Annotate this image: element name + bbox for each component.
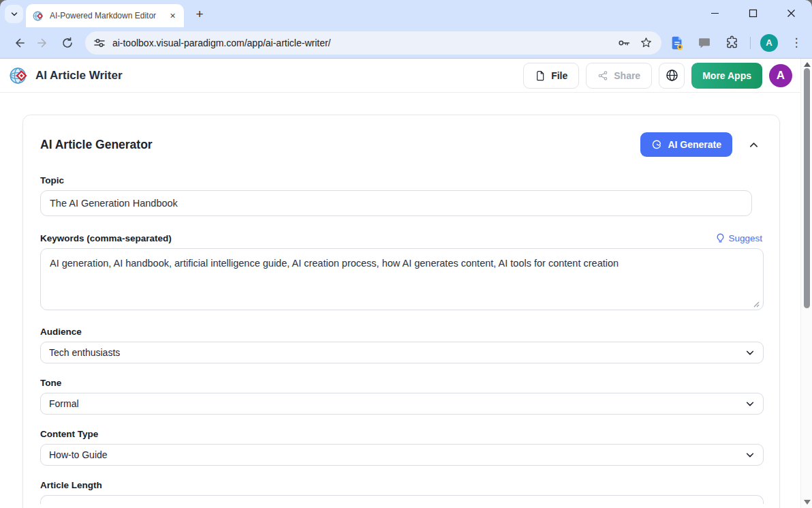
- file-button-label: File: [551, 70, 567, 81]
- more-apps-button[interactable]: More Apps: [691, 63, 762, 89]
- favicon-globe-diamond-icon: [33, 10, 44, 22]
- content-type-field: Content Type How-to Guide: [40, 429, 762, 466]
- chevron-down-icon: [745, 399, 755, 408]
- web-page: AI Article Writer File Share More Apps A: [0, 59, 812, 508]
- browser-tab[interactable]: AI-Powered Markdown Editor ×: [26, 4, 184, 27]
- keywords-field: Keywords (comma-separated) Suggest AI ge…: [40, 233, 762, 310]
- audience-select[interactable]: Tech enthusiasts: [40, 342, 764, 363]
- audience-label: Audience: [40, 327, 762, 337]
- topic-field: Topic: [40, 175, 762, 216]
- site-settings-icon[interactable]: [93, 37, 106, 49]
- keywords-textarea[interactable]: AI generation, AI handbook, artificial i…: [40, 248, 764, 310]
- chat-extension-icon[interactable]: [696, 34, 713, 52]
- password-key-icon[interactable]: [615, 34, 633, 52]
- browser-menu-kebab-icon[interactable]: ⋮: [787, 34, 805, 52]
- tab-strip: AI-Powered Markdown Editor × +: [0, 0, 812, 27]
- reload-icon[interactable]: [57, 33, 78, 53]
- user-avatar[interactable]: A: [769, 64, 792, 87]
- tone-select[interactable]: Formal: [40, 393, 764, 415]
- keywords-label: Keywords (comma-separated): [40, 233, 172, 243]
- audience-field: Audience Tech enthusiasts: [40, 327, 762, 363]
- page-title: AI Article Writer: [35, 69, 123, 83]
- window-controls: [704, 0, 807, 26]
- forward-icon[interactable]: [33, 33, 54, 53]
- tone-value: Formal: [49, 398, 745, 409]
- window-close-icon[interactable]: [781, 3, 801, 23]
- browser-toolbar: ai-toolbox.visual-paradigm.com/app/ai-ar…: [0, 27, 812, 59]
- extensions-puzzle-icon[interactable]: [723, 34, 740, 52]
- browser-profile-avatar[interactable]: A: [760, 34, 778, 52]
- address-bar[interactable]: ai-toolbox.visual-paradigm.com/app/ai-ar…: [85, 31, 661, 55]
- scroll-up-icon[interactable]: [804, 62, 811, 67]
- scroll-down-icon[interactable]: [804, 500, 811, 505]
- scrollbar-thumb[interactable]: [804, 68, 810, 308]
- main-content: AI Article Generator AI Generate Topic: [0, 93, 800, 508]
- app-logo-icon: [10, 66, 29, 85]
- ai-sparkle-icon: [651, 139, 662, 150]
- bookmark-star-icon[interactable]: [637, 34, 655, 52]
- globe-icon: [666, 69, 678, 82]
- extensions-area: A ⋮: [668, 34, 805, 52]
- maximize-icon[interactable]: [743, 3, 763, 23]
- topic-input[interactable]: [40, 190, 752, 216]
- back-icon[interactable]: [9, 33, 29, 53]
- minimize-icon[interactable]: [704, 3, 725, 23]
- tab-title: AI-Powered Markdown Editor: [50, 11, 167, 20]
- new-tab-button[interactable]: +: [191, 5, 208, 23]
- tab-close-icon[interactable]: ×: [167, 10, 178, 22]
- article-length-select[interactable]: [40, 495, 764, 504]
- article-length-label: Article Length: [40, 480, 762, 490]
- share-icon: [597, 70, 608, 81]
- toolbar-divider: [750, 37, 751, 49]
- ai-generate-button[interactable]: AI Generate: [640, 132, 732, 157]
- generator-card: AI Article Generator AI Generate Topic: [22, 115, 780, 508]
- browser-window: AI-Powered Markdown Editor × +: [0, 0, 812, 508]
- chevron-down-icon: [10, 10, 18, 18]
- url-text[interactable]: ai-toolbox.visual-paradigm.com/app/ai-ar…: [112, 38, 611, 48]
- page-scrollbar[interactable]: [800, 59, 812, 508]
- ai-generate-label: AI Generate: [668, 139, 721, 150]
- content-type-select[interactable]: How-to Guide: [40, 444, 764, 466]
- tone-field: Tone Formal: [40, 378, 762, 415]
- article-length-field: Article Length: [40, 480, 762, 504]
- collapse-chevron-up-icon[interactable]: [745, 136, 762, 153]
- docs-extension-icon[interactable]: [668, 34, 686, 52]
- chevron-down-icon: [745, 348, 755, 357]
- suggest-label: Suggest: [728, 233, 762, 243]
- content-type-value: How-to Guide: [49, 449, 745, 460]
- chevron-down-icon: [745, 450, 755, 460]
- audience-value: Tech enthusiasts: [49, 347, 745, 358]
- tone-label: Tone: [40, 378, 762, 388]
- card-title: AI Article Generator: [40, 138, 153, 152]
- suggest-button[interactable]: Suggest: [716, 233, 762, 243]
- app-header: AI Article Writer File Share More Apps A: [0, 59, 800, 93]
- file-icon: [535, 70, 546, 81]
- topic-label: Topic: [40, 175, 762, 185]
- share-button-label: Share: [614, 70, 640, 81]
- tab-search-button[interactable]: [5, 5, 23, 23]
- file-button[interactable]: File: [523, 63, 579, 89]
- language-globe-button[interactable]: [659, 63, 685, 89]
- lightbulb-icon: [716, 233, 725, 243]
- content-type-label: Content Type: [40, 429, 762, 439]
- share-button[interactable]: Share: [586, 63, 652, 89]
